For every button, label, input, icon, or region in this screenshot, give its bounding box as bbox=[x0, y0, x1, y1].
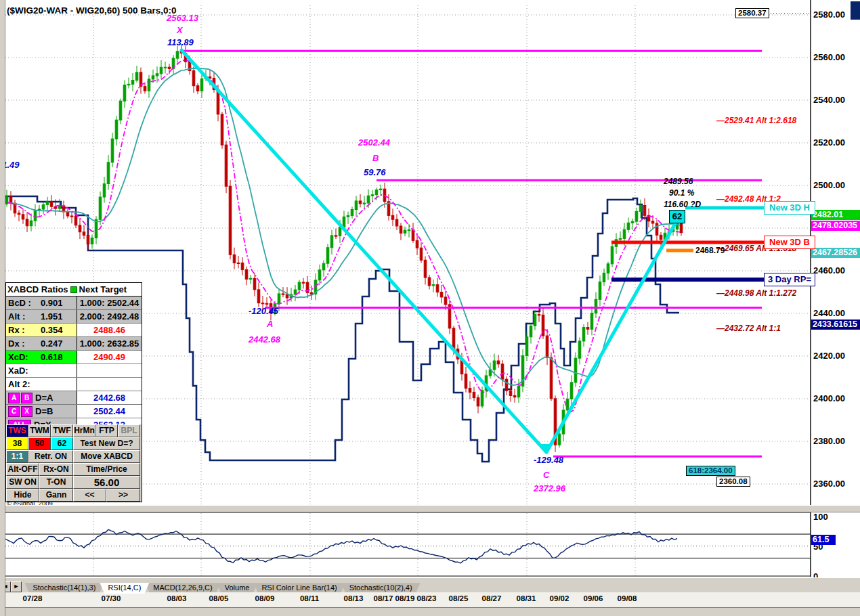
toolbar-button-bpl[interactable]: BPL bbox=[118, 424, 140, 437]
y-axis-tick: 2560.00 bbox=[813, 52, 845, 62]
toolbar-row: 385062Test New D=? bbox=[6, 437, 142, 450]
a-time-label: -120.45 bbox=[249, 306, 278, 316]
tab-rsi-14-c-[interactable]: RSI(14,C) bbox=[100, 583, 149, 594]
c-time-label: -129.48 bbox=[534, 455, 563, 465]
x-axis-date: 07/30 bbox=[102, 594, 121, 602]
toolbar-button-retr-on[interactable]: Retr. ON bbox=[28, 450, 73, 463]
toolbar-button-1-1[interactable]: 1:1 bbox=[6, 450, 28, 463]
c-price-label: 2372.96 bbox=[534, 483, 565, 493]
x-axis-date: 08/31 bbox=[517, 594, 536, 602]
toolbar-button--[interactable]: >> bbox=[106, 489, 140, 502]
x-price-label: 2563.13 bbox=[167, 13, 198, 23]
ratio-value: 0.247 bbox=[41, 338, 63, 349]
study-tab-bar: ◄► Stochastic(14(1),3)RSI(14,C)MACD(12,2… bbox=[0, 581, 860, 592]
price-tag: 2433.61615 bbox=[811, 320, 860, 330]
scrollbar-corner[interactable] bbox=[851, 1, 860, 20]
new-3d-base-label: New 3D B bbox=[764, 236, 815, 249]
b-time-label: 59.76 bbox=[364, 167, 386, 177]
xabcd-table-row: Rx :0.3542488.46 bbox=[6, 324, 142, 337]
b-point-label: B bbox=[372, 153, 379, 163]
toolbar-button--[interactable]: << bbox=[73, 489, 106, 502]
toolbar-button-38[interactable]: 38 bbox=[6, 437, 28, 450]
toolbar-button-ftp[interactable]: FTP bbox=[95, 424, 118, 437]
point-chip-x[interactable]: X bbox=[21, 406, 33, 417]
xabcd-table-row: CX D=B2502.44 bbox=[6, 405, 142, 418]
fib-target-label: —2432.72 Alt 1:1 bbox=[716, 324, 781, 333]
x-axis-date: 08/11 bbox=[300, 594, 319, 602]
toolbar-button-50[interactable]: 50 bbox=[28, 437, 51, 450]
toolbar-button-sw-on[interactable]: SW ON bbox=[6, 476, 39, 489]
price-tag: 2467.28526 bbox=[811, 248, 860, 258]
x-axis-date: 08/05 bbox=[209, 594, 229, 602]
y-axis-tick: 2520.00 bbox=[813, 137, 845, 148]
toolbar-row: SW ONT-ON56.00 bbox=[6, 476, 142, 489]
a-price-label: 2442.68 bbox=[249, 334, 280, 345]
point-chip-b[interactable]: B bbox=[21, 393, 33, 403]
price-tag: 2478.02035 bbox=[811, 221, 860, 231]
toolbar-button-rx-on[interactable]: Rx-ON bbox=[39, 463, 73, 476]
ratio-name: Dx : bbox=[8, 338, 41, 349]
window-left-edge bbox=[0, 0, 5, 616]
next-target-title: Next Target bbox=[79, 284, 127, 294]
d-annotation-line: 2489.56 bbox=[664, 177, 693, 186]
y-axis-tick: 2460.00 bbox=[813, 265, 845, 276]
x-axis-date: 08/09 bbox=[255, 594, 275, 602]
target-value bbox=[77, 378, 142, 391]
toolbar-button-alt-off[interactable]: Alt-OFF bbox=[6, 463, 39, 476]
x-time-label: 113.89 bbox=[167, 37, 194, 47]
ratio-name: Alt : bbox=[8, 311, 41, 322]
x-axis-date: 07/28 bbox=[23, 594, 43, 602]
fib-618-target-tag: 618:2364.00 bbox=[686, 466, 735, 476]
row-label: D=B bbox=[35, 406, 53, 416]
d-annotation-line: 116.60 ?D bbox=[664, 200, 701, 209]
ratio-name: XcD: bbox=[8, 352, 41, 362]
ratio-value: 0.354 bbox=[41, 325, 63, 335]
point-chip-c[interactable]: C bbox=[8, 406, 20, 417]
tab-scroll-right-button[interactable]: ► bbox=[11, 581, 22, 592]
toolbar-button-test-new-d-[interactable]: Test New D=? bbox=[73, 437, 140, 450]
x-axis-date: 09/02 bbox=[550, 594, 569, 602]
c-point-label: C bbox=[543, 470, 549, 480]
esignal-chart-window: ($WIG20-WAR - WIG20,60) 500 Bars,0:0 258… bbox=[0, 0, 860, 616]
x-axis-date: 08/19 bbox=[395, 594, 415, 602]
y-axis-tick: 2540.00 bbox=[813, 95, 845, 105]
low-value-box: 2360.08 bbox=[716, 477, 750, 487]
toolbar-row: 1:1Retr. ONMove XABCD bbox=[6, 450, 142, 463]
toolbar-button-twm[interactable]: TWM bbox=[28, 424, 51, 437]
target-value: 2442.68 bbox=[77, 391, 142, 404]
a-point-label: A bbox=[267, 319, 273, 329]
xabcd-table-row: XcD:0.6182490.49 bbox=[6, 351, 142, 364]
xabcd-table-row: Dx :0.2471.000: 2632.85 bbox=[6, 337, 142, 351]
toolbar-row: Alt-OFFRx-ONTime/Price bbox=[6, 463, 142, 476]
ratio-name: XaD: bbox=[8, 366, 41, 376]
three-day-rp-label: 3 Day RP= bbox=[764, 273, 815, 286]
toolbar-button-hrmn[interactable]: HrMn bbox=[73, 424, 95, 437]
xabcd-toolbar: TWSTWMTWFHrMnFTPBPL385062Test New D=?1:1… bbox=[5, 424, 142, 502]
y-axis-tick: 2440.00 bbox=[813, 308, 845, 318]
toolbar-row: TWSTWMTWFHrMnFTPBPL bbox=[6, 424, 142, 437]
target-value: 1.000: 2632.85 bbox=[77, 337, 142, 350]
next-target-icon bbox=[70, 286, 77, 293]
y-axis-tick: 2380.00 bbox=[813, 436, 845, 446]
toolbar-button-time-price[interactable]: Time/Price bbox=[73, 463, 140, 476]
high-value-box: 2580.37 bbox=[735, 8, 769, 18]
toolbar-button-56-00[interactable]: 56.00 bbox=[73, 476, 140, 489]
fib-target-label: —2529.41 Alt 1:2.618 bbox=[716, 116, 796, 125]
toolbar-button-62[interactable]: 62 bbox=[51, 437, 73, 450]
toolbar-button-twf[interactable]: TWF bbox=[51, 424, 73, 437]
y-axis-tick: 2580.00 bbox=[813, 9, 845, 20]
panel-separator-top[interactable] bbox=[0, 505, 860, 512]
toolbar-button-t-on[interactable]: T-ON bbox=[39, 476, 73, 489]
toolbar-button-tws[interactable]: TWS bbox=[6, 424, 28, 437]
fib-target-label: —2448.98 Alt 1:1.272 bbox=[716, 288, 796, 298]
y-axis-tick: 2360.00 bbox=[813, 479, 845, 489]
xabcd-table-row: AB D=A2442.68 bbox=[6, 391, 142, 405]
point-chip-a[interactable]: A bbox=[8, 393, 20, 403]
ratio-value: 1.951 bbox=[41, 311, 63, 322]
xabcd-table-row: Alt 2: bbox=[6, 378, 142, 391]
toolbar-button-move-xabcd[interactable]: Move XABCD bbox=[73, 450, 140, 463]
ratio-value: 0.901 bbox=[41, 298, 63, 308]
x-point-label: X bbox=[177, 25, 183, 35]
target-value: 1.000: 2502.44 bbox=[77, 296, 142, 309]
date-axis: 07/2807/3008/0308/0508/0908/1108/1308/17… bbox=[0, 592, 860, 607]
